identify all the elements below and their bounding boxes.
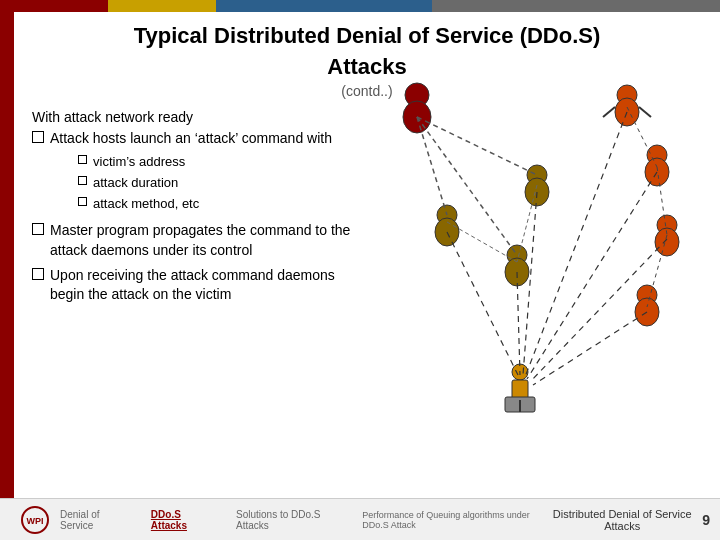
svg-line-23 xyxy=(417,117,537,175)
footer-page-number: 9 xyxy=(702,512,710,528)
sub-bullet-1-1: victim’s address xyxy=(78,153,372,171)
content-area: Typical Distributed Denial of Service (D… xyxy=(14,12,720,498)
sub-bullet-1-2: attack duration xyxy=(78,174,372,192)
diagram-svg xyxy=(355,67,715,457)
svg-line-32 xyxy=(627,107,657,167)
footer-nav-performance[interactable]: Performance of Queuing algorithms under … xyxy=(362,510,542,530)
bullet-1: Attack hosts launch an ‘attack’ command … xyxy=(32,129,372,216)
bullet-3: Upon receiving the attack command daemon… xyxy=(32,266,372,305)
main-content: Typical Distributed Denial of Service (D… xyxy=(0,12,720,498)
footer-nav-solutions[interactable]: Solutions to DDo.S Attacks xyxy=(236,509,332,531)
slide-container: Typical Distributed Denial of Service (D… xyxy=(0,0,720,540)
svg-line-30 xyxy=(517,272,520,375)
intro-text: With attack network ready xyxy=(32,109,372,125)
svg-line-6 xyxy=(603,107,615,117)
sub-bullet-1-1-marker xyxy=(78,155,87,164)
bullet-2-text: Master program propagates the command to… xyxy=(50,221,372,260)
svg-line-26 xyxy=(527,172,657,379)
slide-title: Typical Distributed Denial of Service (D… xyxy=(32,22,702,51)
top-bar xyxy=(0,0,720,12)
daemon-figure-3 xyxy=(435,205,459,246)
svg-line-24 xyxy=(417,117,517,255)
daemon-figure-2 xyxy=(505,245,529,286)
bullet-1-marker xyxy=(32,131,44,143)
bullet-2: Master program propagates the command to… xyxy=(32,221,372,260)
footer-center-label: Distributed Denial of Service Attacks xyxy=(542,508,702,532)
svg-line-22 xyxy=(417,117,447,215)
svg-line-28 xyxy=(533,312,647,385)
bullet-2-marker xyxy=(32,223,44,235)
bullet-1-text: Attack hosts launch an ‘attack’ command … xyxy=(50,129,372,216)
wpi-logo-svg: WPI xyxy=(10,506,60,534)
master-figure xyxy=(403,83,431,133)
text-content: With attack network ready Attack hosts l… xyxy=(32,109,372,305)
bullet-3-marker xyxy=(32,268,44,280)
svg-line-25 xyxy=(525,112,627,377)
sub-bullet-1-3: attack method, etc xyxy=(78,195,372,213)
svg-text:WPI: WPI xyxy=(27,516,44,526)
sub-bullet-1-2-marker xyxy=(78,176,87,185)
svg-line-7 xyxy=(639,107,651,117)
footer-nav-denial-of-service[interactable]: Denial of Service xyxy=(60,509,121,531)
svg-line-31 xyxy=(523,192,537,375)
footer-nav: Denial of Service DDo.S Attacks Solution… xyxy=(60,509,542,531)
sub-bullets-1: victim’s address attack duration attack … xyxy=(50,153,372,214)
footer-center-block: Distributed Denial of Service Attacks xyxy=(542,508,702,532)
bullet-3-text: Upon receiving the attack command daemon… xyxy=(50,266,372,305)
attacker-figure-1 xyxy=(603,85,651,126)
footer-logo: WPI xyxy=(10,506,60,534)
footer: WPI Denial of Service DDo.S Attacks Solu… xyxy=(0,498,720,540)
footer-nav-ddos-attacks[interactable]: DDo.S Attacks xyxy=(151,509,206,531)
left-sidebar xyxy=(0,12,14,498)
sub-bullet-1-3-marker xyxy=(78,197,87,206)
